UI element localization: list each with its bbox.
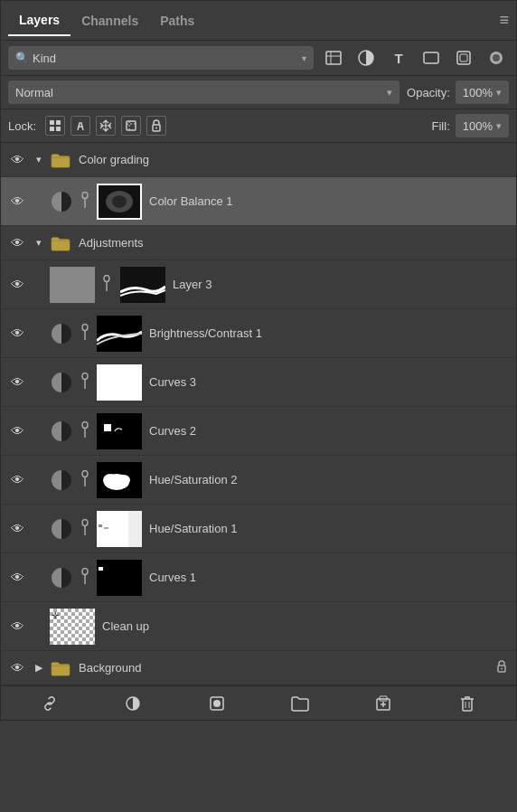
layer-row[interactable]: 👁 Curves 3: [1, 358, 516, 407]
adjustment-icon: [52, 519, 71, 539]
kind-search-box[interactable]: 🔍 Kind ▾: [8, 46, 314, 70]
svg-point-46: [82, 569, 88, 575]
layer-name: Layer 3: [169, 278, 511, 291]
svg-point-30: [82, 422, 88, 429]
adjustment-icon: [52, 568, 71, 588]
lock-artboard-btn[interactable]: [121, 116, 141, 136]
layer-row[interactable]: 👁 ✛ Clean up: [1, 602, 516, 651]
svg-rect-4: [460, 54, 467, 61]
add-layer-btn[interactable]: [371, 691, 396, 716]
mask-thumbnail: [120, 267, 165, 303]
visibility-icon[interactable]: 👁: [6, 660, 28, 675]
kind-chevron-icon: ▾: [302, 53, 306, 63]
delete-layer-btn[interactable]: [455, 691, 480, 716]
visibility-icon[interactable]: 👁: [6, 618, 28, 634]
visibility-icon[interactable]: 👁: [6, 374, 28, 390]
svg-rect-49: [99, 567, 103, 571]
visibility-icon[interactable]: 👁: [6, 235, 28, 250]
link-icon: [77, 192, 93, 211]
layer-name: Color grading: [75, 153, 511, 166]
tab-layers[interactable]: Layers: [8, 5, 70, 36]
opacity-input[interactable]: 100% ▾: [456, 80, 509, 104]
layer-row[interactable]: 👁 Brightness/Contrast 1: [1, 309, 516, 358]
svg-rect-29: [97, 364, 142, 401]
create-group-btn[interactable]: [287, 691, 313, 716]
fill-input[interactable]: 100% ▾: [456, 114, 509, 137]
blend-mode-select[interactable]: Normal ▾: [8, 80, 400, 104]
visibility-icon[interactable]: 👁: [6, 277, 28, 292]
tab-paths[interactable]: Paths: [149, 6, 205, 35]
link-icon: [77, 568, 93, 587]
visibility-icon[interactable]: 👁: [6, 570, 28, 585]
lock-move-btn[interactable]: [96, 116, 116, 136]
layer-row[interactable]: 👁 Hue/Saturation 2: [1, 456, 516, 505]
layer-name: Curves 1: [146, 571, 511, 584]
svg-rect-3: [457, 52, 470, 64]
svg-rect-48: [97, 560, 142, 596]
svg-rect-8: [56, 120, 61, 125]
visibility-icon[interactable]: 👁: [6, 423, 28, 439]
svg-rect-23: [120, 267, 165, 303]
filter-circle-icon[interactable]: [484, 46, 509, 70]
layer-row[interactable]: 👁 Color Balance 1: [1, 177, 516, 226]
svg-rect-44: [99, 524, 102, 527]
link-icon: [77, 421, 93, 440]
filter-type-icon[interactable]: T: [386, 46, 411, 70]
layer-row[interactable]: 👁 ▶ Background: [1, 651, 516, 685]
fill-value: 100%: [463, 119, 493, 133]
layer-name: Hue/Saturation 2: [146, 473, 511, 486]
layer-row[interactable]: 👁 Curves 1: [1, 553, 516, 602]
layer-name: Adjustments: [75, 236, 511, 250]
layer-name: Clean up: [99, 619, 511, 633]
group-expand-icon[interactable]: ▾: [32, 237, 46, 249]
add-mask-btn[interactable]: [204, 691, 230, 716]
svg-rect-9: [50, 127, 54, 131]
add-adjustment-btn[interactable]: [120, 691, 146, 716]
layer-thumbnail: [97, 511, 142, 547]
visibility-icon[interactable]: 👁: [6, 152, 28, 167]
layer-row[interactable]: 👁 Layer 3: [1, 260, 516, 309]
svg-point-38: [103, 474, 118, 486]
filter-shape-icon[interactable]: [418, 46, 444, 70]
visibility-icon[interactable]: 👁: [6, 326, 28, 341]
adjustment-icon: [52, 192, 71, 212]
layer-name: Curves 2: [146, 424, 511, 438]
svg-point-15: [82, 193, 88, 199]
group-expand-icon[interactable]: ▾: [32, 154, 46, 165]
adjustment-icon: [52, 421, 71, 441]
svg-rect-0: [326, 52, 341, 64]
filter-smart-icon[interactable]: [451, 46, 476, 70]
svg-point-6: [493, 54, 500, 61]
layers-list: 👁 ▾ Color grading 👁: [1, 143, 516, 685]
visibility-icon[interactable]: 👁: [6, 472, 28, 487]
layer-row[interactable]: 👁 ▾ Color grading: [1, 143, 516, 177]
link-icon: [77, 324, 93, 343]
layer-row[interactable]: 👁 ▾ Adjustments: [1, 226, 516, 260]
visibility-icon[interactable]: 👁: [6, 194, 28, 209]
link-layers-btn[interactable]: [37, 691, 62, 716]
folder-icon: [50, 234, 71, 252]
opacity-chevron-icon: ▾: [496, 87, 502, 99]
visibility-icon[interactable]: 👁: [6, 521, 28, 536]
svg-rect-10: [56, 127, 61, 131]
layer-row[interactable]: 👁 Curves 2: [1, 407, 516, 456]
lock-all-btn[interactable]: [146, 116, 166, 136]
tab-channels[interactable]: Channels: [70, 6, 149, 35]
adjustment-icon: [52, 324, 71, 344]
blend-mode-label: Normal: [15, 86, 387, 99]
filter-adjustment-icon[interactable]: [353, 46, 379, 70]
lock-paint-btn[interactable]: [70, 116, 90, 136]
layer-row[interactable]: 👁 Hue/Saturation 1: [1, 505, 516, 553]
svg-point-21: [104, 276, 109, 282]
group-expand-icon[interactable]: ▶: [32, 662, 46, 674]
bottom-toolbar: [1, 685, 516, 720]
link-icon: [99, 275, 115, 294]
opacity-wrap: Opacity: 100% ▾: [407, 80, 509, 104]
svg-point-24: [82, 325, 88, 331]
layer-thumbnail: [97, 316, 142, 352]
opacity-label: Opacity:: [407, 86, 450, 99]
panel-menu-icon[interactable]: ≡: [499, 11, 509, 30]
filter-pixel-icon[interactable]: [321, 46, 346, 70]
lock-pixels-btn[interactable]: [45, 116, 65, 136]
svg-point-34: [82, 471, 88, 477]
